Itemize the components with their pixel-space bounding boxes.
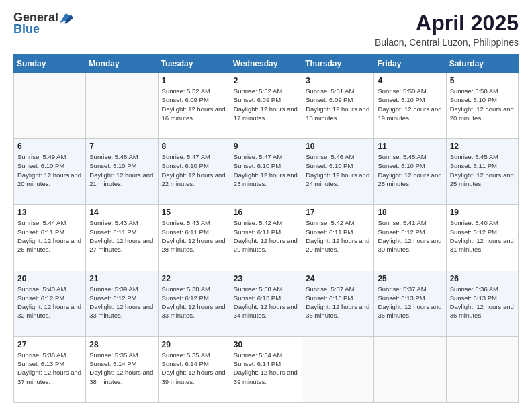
day-number: 8: [162, 142, 226, 151]
calendar-cell: [86, 73, 158, 139]
day-info: Sunrise: 5:38 AM Sunset: 6:13 PM Dayligh…: [234, 285, 298, 320]
day-info: Sunrise: 5:41 AM Sunset: 6:12 PM Dayligh…: [378, 218, 442, 254]
calendar-cell: 28Sunrise: 5:35 AM Sunset: 6:14 PM Dayli…: [86, 336, 158, 402]
day-number: 10: [306, 142, 370, 151]
day-number: 5: [450, 76, 515, 85]
calendar-table: SundayMondayTuesdayWednesdayThursdayFrid…: [13, 54, 519, 403]
calendar-header-monday: Monday: [86, 55, 158, 73]
day-number: 2: [234, 76, 298, 85]
calendar-cell: [374, 336, 446, 402]
day-number: 11: [378, 142, 442, 151]
calendar-cell: 3Sunrise: 5:51 AM Sunset: 6:09 PM Daylig…: [302, 73, 374, 139]
day-info: Sunrise: 5:51 AM Sunset: 6:09 PM Dayligh…: [306, 87, 370, 122]
calendar-cell: 21Sunrise: 5:39 AM Sunset: 6:12 PM Dayli…: [86, 271, 158, 336]
calendar-cell: 16Sunrise: 5:42 AM Sunset: 6:11 PM Dayli…: [230, 205, 302, 271]
day-number: 1: [162, 76, 226, 85]
calendar-header-sunday: Sunday: [14, 55, 86, 73]
calendar-cell: 25Sunrise: 5:37 AM Sunset: 6:13 PM Dayli…: [374, 271, 446, 336]
calendar-cell: 6Sunrise: 5:49 AM Sunset: 6:10 PM Daylig…: [14, 139, 86, 205]
location-title: Bulaon, Central Luzon, Philippines: [375, 37, 519, 48]
calendar-cell: 27Sunrise: 5:36 AM Sunset: 6:13 PM Dayli…: [14, 336, 86, 402]
calendar-cell: 2Sunrise: 5:52 AM Sunset: 6:09 PM Daylig…: [230, 73, 302, 139]
calendar-week-row: 6Sunrise: 5:49 AM Sunset: 6:10 PM Daylig…: [14, 139, 519, 205]
day-info: Sunrise: 5:35 AM Sunset: 6:14 PM Dayligh…: [162, 351, 226, 386]
calendar-cell: 14Sunrise: 5:43 AM Sunset: 6:11 PM Dayli…: [86, 205, 158, 271]
day-number: 24: [306, 274, 370, 283]
calendar-header-saturday: Saturday: [446, 55, 518, 73]
calendar-cell: 18Sunrise: 5:41 AM Sunset: 6:12 PM Dayli…: [374, 205, 446, 271]
calendar-cell: 24Sunrise: 5:37 AM Sunset: 6:13 PM Dayli…: [302, 271, 374, 336]
logo: General Blue: [13, 11, 73, 36]
day-info: Sunrise: 5:34 AM Sunset: 6:14 PM Dayligh…: [234, 351, 298, 386]
day-number: 6: [17, 142, 82, 151]
calendar-cell: [446, 336, 518, 402]
day-number: 17: [306, 208, 370, 217]
calendar-header-thursday: Thursday: [302, 55, 374, 73]
calendar-week-row: 27Sunrise: 5:36 AM Sunset: 6:13 PM Dayli…: [14, 336, 519, 402]
day-info: Sunrise: 5:36 AM Sunset: 6:13 PM Dayligh…: [450, 285, 515, 320]
calendar-cell: 30Sunrise: 5:34 AM Sunset: 6:14 PM Dayli…: [230, 336, 302, 402]
calendar-cell: 15Sunrise: 5:43 AM Sunset: 6:11 PM Dayli…: [158, 205, 230, 271]
calendar-cell: 13Sunrise: 5:44 AM Sunset: 6:11 PM Dayli…: [14, 205, 86, 271]
day-number: 14: [89, 208, 154, 217]
calendar-header-tuesday: Tuesday: [158, 55, 230, 73]
day-number: 9: [234, 142, 298, 151]
day-number: 21: [89, 274, 154, 283]
calendar-cell: 22Sunrise: 5:38 AM Sunset: 6:12 PM Dayli…: [158, 271, 230, 336]
day-info: Sunrise: 5:43 AM Sunset: 6:11 PM Dayligh…: [89, 218, 154, 254]
calendar-cell: 4Sunrise: 5:50 AM Sunset: 6:10 PM Daylig…: [374, 73, 446, 139]
day-number: 26: [450, 274, 515, 283]
day-number: 16: [234, 208, 298, 217]
calendar-cell: 12Sunrise: 5:45 AM Sunset: 6:11 PM Dayli…: [446, 139, 518, 205]
calendar-cell: 11Sunrise: 5:45 AM Sunset: 6:10 PM Dayli…: [374, 139, 446, 205]
day-info: Sunrise: 5:39 AM Sunset: 6:12 PM Dayligh…: [89, 285, 154, 320]
day-number: 18: [378, 208, 442, 217]
day-number: 20: [17, 274, 82, 283]
day-info: Sunrise: 5:52 AM Sunset: 6:09 PM Dayligh…: [234, 87, 298, 122]
day-number: 12: [450, 142, 515, 151]
day-info: Sunrise: 5:47 AM Sunset: 6:10 PM Dayligh…: [162, 152, 226, 188]
day-info: Sunrise: 5:52 AM Sunset: 6:09 PM Dayligh…: [162, 87, 226, 122]
day-number: 19: [450, 208, 515, 217]
day-info: Sunrise: 5:37 AM Sunset: 6:13 PM Dayligh…: [378, 285, 442, 320]
calendar-cell: 10Sunrise: 5:46 AM Sunset: 6:10 PM Dayli…: [302, 139, 374, 205]
calendar-header-row: SundayMondayTuesdayWednesdayThursdayFrid…: [14, 55, 519, 73]
calendar-header-wednesday: Wednesday: [230, 55, 302, 73]
day-number: 3: [306, 76, 370, 85]
calendar-cell: 29Sunrise: 5:35 AM Sunset: 6:14 PM Dayli…: [158, 336, 230, 402]
day-info: Sunrise: 5:49 AM Sunset: 6:10 PM Dayligh…: [17, 152, 82, 188]
day-info: Sunrise: 5:45 AM Sunset: 6:10 PM Dayligh…: [378, 152, 442, 188]
day-number: 29: [162, 340, 226, 349]
day-number: 13: [17, 208, 82, 217]
day-info: Sunrise: 5:37 AM Sunset: 6:13 PM Dayligh…: [306, 285, 370, 320]
day-info: Sunrise: 5:50 AM Sunset: 6:10 PM Dayligh…: [378, 87, 442, 122]
day-info: Sunrise: 5:45 AM Sunset: 6:11 PM Dayligh…: [450, 152, 515, 188]
day-number: 28: [89, 340, 154, 349]
day-info: Sunrise: 5:43 AM Sunset: 6:11 PM Dayligh…: [162, 218, 226, 254]
day-number: 27: [17, 340, 82, 349]
day-info: Sunrise: 5:36 AM Sunset: 6:13 PM Dayligh…: [17, 351, 82, 386]
day-info: Sunrise: 5:50 AM Sunset: 6:10 PM Dayligh…: [450, 87, 515, 122]
day-number: 22: [162, 274, 226, 283]
day-number: 15: [162, 208, 226, 217]
calendar-cell: 17Sunrise: 5:42 AM Sunset: 6:11 PM Dayli…: [302, 205, 374, 271]
day-number: 30: [234, 340, 298, 349]
calendar-cell: 7Sunrise: 5:48 AM Sunset: 6:10 PM Daylig…: [86, 139, 158, 205]
month-title: April 2025: [375, 11, 519, 36]
calendar-cell: 23Sunrise: 5:38 AM Sunset: 6:13 PM Dayli…: [230, 271, 302, 336]
day-info: Sunrise: 5:40 AM Sunset: 6:12 PM Dayligh…: [450, 218, 515, 254]
calendar-week-row: 20Sunrise: 5:40 AM Sunset: 6:12 PM Dayli…: [14, 271, 519, 336]
day-info: Sunrise: 5:35 AM Sunset: 6:14 PM Dayligh…: [89, 351, 154, 386]
day-info: Sunrise: 5:46 AM Sunset: 6:10 PM Dayligh…: [306, 152, 370, 188]
calendar-cell: 5Sunrise: 5:50 AM Sunset: 6:10 PM Daylig…: [446, 73, 518, 139]
logo-blue: Blue: [13, 22, 40, 36]
calendar-week-row: 13Sunrise: 5:44 AM Sunset: 6:11 PM Dayli…: [14, 205, 519, 271]
day-info: Sunrise: 5:38 AM Sunset: 6:12 PM Dayligh…: [162, 285, 226, 320]
day-number: 7: [89, 142, 154, 151]
calendar-header-friday: Friday: [374, 55, 446, 73]
calendar-cell: 8Sunrise: 5:47 AM Sunset: 6:10 PM Daylig…: [158, 139, 230, 205]
calendar-cell: 26Sunrise: 5:36 AM Sunset: 6:13 PM Dayli…: [446, 271, 518, 336]
day-info: Sunrise: 5:47 AM Sunset: 6:10 PM Dayligh…: [234, 152, 298, 188]
calendar-week-row: 1Sunrise: 5:52 AM Sunset: 6:09 PM Daylig…: [14, 73, 519, 139]
day-number: 23: [234, 274, 298, 283]
